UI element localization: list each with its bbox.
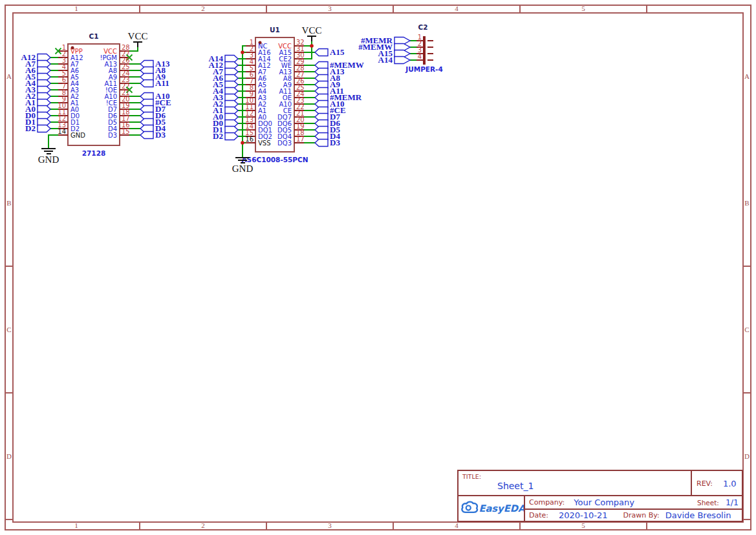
easyeda-logo-text: EasyEDA — [479, 503, 524, 514]
junction-dot — [241, 141, 244, 145]
rev-label: REV: — [697, 479, 713, 488]
component-designator[interactable]: U1 — [270, 26, 280, 34]
frame-column-label: 1 — [74, 5, 78, 12]
pin-name: DQ3 — [277, 140, 292, 147]
vcc-power-flag[interactable]: VCC — [128, 31, 148, 41]
drawn-by-label: Drawn By: — [623, 511, 660, 519]
date-label: Date: — [529, 511, 548, 519]
frame-column-label: 3 — [328, 5, 332, 12]
sheet-value[interactable]: 1/1 — [726, 498, 739, 507]
sheet-title[interactable]: Sheet_1 — [497, 481, 534, 491]
gnd-power-flag[interactable]: GND — [232, 163, 254, 174]
vcc-power-flag[interactable]: VCC — [302, 25, 322, 36]
net-flag[interactable] — [394, 57, 410, 64]
pin-name: D3 — [108, 132, 117, 139]
net-label[interactable]: D2 — [25, 123, 36, 133]
title-label: TITLE: — [462, 473, 481, 480]
pin-number: 14 — [58, 128, 66, 135]
net-label[interactable]: D3 — [330, 138, 340, 147]
net-flag[interactable] — [140, 132, 153, 139]
frame-row-label: D — [744, 452, 750, 460]
net-label[interactable]: D2 — [213, 131, 223, 141]
company-value[interactable]: Your Company — [574, 498, 634, 507]
gnd-power-flag[interactable]: GND — [38, 154, 59, 165]
component-designator[interactable]: C1 — [89, 32, 98, 40]
junction-dot — [310, 44, 314, 48]
frame-column-label: 2 — [201, 5, 205, 12]
gnd-wire[interactable] — [49, 135, 58, 149]
date-value[interactable]: 2020-10-21 — [559, 510, 608, 520]
pin-number: 4 — [418, 53, 422, 60]
component-designator[interactable]: C2 — [418, 23, 427, 31]
date-cell: Date: 2020-10-21 Drawn By: Davide Bresol… — [525, 510, 742, 521]
frame-row-label: C — [744, 326, 749, 333]
pin-number: 17 — [296, 136, 305, 143]
title-block: TITLE: Sheet_1 REV: 1.0 EasyEDA Company:… — [457, 470, 743, 522]
component-name[interactable]: 27128 — [82, 149, 106, 157]
pin-name: GND — [70, 132, 85, 139]
easyeda-logo-icon: EasyEDA — [460, 499, 524, 518]
schematic-canvas[interactable]: 1122334455AABBCCDDC1271281VPP2A12A123A7A… — [0, 0, 756, 535]
frame-column-label: 4 — [455, 521, 459, 529]
vcc-wire[interactable] — [129, 47, 138, 51]
rev-cell: REV: 1.0 — [691, 471, 742, 496]
net-flag[interactable] — [315, 140, 328, 147]
frame-column-label: 5 — [581, 521, 585, 529]
sheet-label: Sheet: — [697, 499, 719, 507]
net-flag[interactable] — [225, 133, 238, 140]
company-cell: Company: Your Company — [525, 496, 693, 510]
net-flag[interactable] — [140, 80, 153, 87]
frame-row-label: B — [6, 199, 11, 207]
company-label: Company: — [529, 498, 565, 507]
frame-column-label: 3 — [328, 521, 332, 529]
net-label[interactable]: D3 — [155, 130, 166, 140]
frame-column-label: 1 — [74, 521, 78, 529]
junction-dot — [241, 50, 244, 54]
component-name[interactable]: JUMPER-4 — [405, 65, 443, 73]
schematic-svg: 1122334455AABBCCDDC1271281VPP2A12A123A7A… — [0, 0, 756, 535]
frame-column-label: 5 — [581, 5, 585, 12]
pin-number: 16 — [245, 136, 254, 143]
frame-column-label: 4 — [455, 5, 459, 12]
net-label[interactable]: A11 — [155, 78, 169, 88]
net-label[interactable]: A14 — [378, 55, 393, 65]
easyeda-logo: EasyEDA — [459, 496, 525, 521]
net-flag[interactable] — [38, 125, 50, 132]
frame-column-label: 2 — [201, 521, 205, 529]
pin-number: 15 — [122, 128, 130, 135]
net-label[interactable]: A15 — [330, 47, 345, 57]
drawn-by-value[interactable]: Davide Bresolin — [665, 510, 731, 520]
net-flag[interactable] — [315, 49, 328, 56]
sheet-cell: Sheet: 1/1 — [693, 496, 742, 510]
frame-row-label: D — [6, 452, 12, 460]
frame-row-label: C — [6, 326, 11, 333]
vcc-wire[interactable] — [304, 41, 312, 59]
rev-value[interactable]: 1.0 — [723, 479, 737, 488]
component-name[interactable]: AS6C1008-55PCN — [241, 156, 308, 163]
frame-row-label: A — [6, 72, 12, 80]
frame-row-label: A — [744, 72, 750, 80]
frame-row-label: B — [744, 199, 749, 207]
pin-name: VSS — [258, 140, 271, 147]
